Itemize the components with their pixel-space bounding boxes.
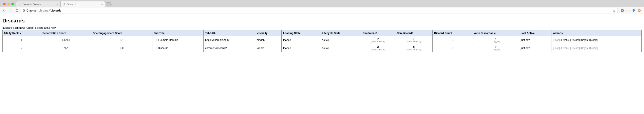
- check-icon: ✔: [474, 45, 517, 48]
- cell-utility-rank: 2: [3, 44, 41, 52]
- tab-title-text: Example Domain: [158, 38, 178, 42]
- page-favicon-icon: [154, 38, 157, 42]
- cell-discard-count: 0: [432, 44, 472, 52]
- action-load-link[interactable]: [Load]: [553, 47, 560, 50]
- chrome-scheme-icon: [22, 9, 25, 12]
- col-visibility[interactable]: Visibility: [255, 30, 282, 36]
- col-can-freeze[interactable]: Can freeze?: [361, 30, 395, 36]
- close-window-button[interactable]: [3, 3, 6, 5]
- cell-auto-discardable: ✔[Toggle]: [472, 44, 519, 52]
- extension-menu-icon[interactable]: [626, 9, 630, 12]
- view-reason-link[interactable]: [View Reason]: [363, 40, 393, 43]
- col-discard-count[interactable]: Discard Count: [432, 30, 472, 36]
- toggle-link[interactable]: [Toggle]: [474, 40, 517, 43]
- extension-shield-icon[interactable]: [632, 9, 636, 12]
- col-site-engagement[interactable]: Site Engagement Score: [91, 30, 152, 36]
- action-discard-link[interactable]: [Discard]: [570, 47, 580, 50]
- new-tab-button[interactable]: [106, 2, 112, 6]
- address-bar[interactable]: Chrome | chrome://discards: [21, 8, 618, 13]
- cell-auto-discardable: ✔[Toggle]: [472, 36, 519, 44]
- cell-tab-url: https://example.com/: [204, 36, 255, 44]
- col-last-active[interactable]: Last Active: [519, 30, 552, 36]
- cell-reactivation-score: 1.5781: [41, 36, 91, 44]
- browser-tab[interactable]: Discards×: [61, 1, 105, 7]
- cell-can-discard: ✔[View Reason]: [395, 36, 432, 44]
- url-scheme-label: Chrome: [26, 9, 36, 12]
- reload-button[interactable]: [14, 8, 20, 13]
- url-text: Chrome | chrome://discards: [26, 9, 612, 12]
- col-lifecycle-state[interactable]: Lifecycle State: [320, 30, 361, 36]
- cross-icon: ✘: [363, 45, 393, 48]
- browser-tab[interactable]: Example Domain×: [16, 1, 61, 7]
- check-icon: ✔: [397, 37, 431, 40]
- close-tab-icon[interactable]: ×: [56, 3, 59, 6]
- cell-can-discard: ✘[View Reason]: [395, 44, 432, 52]
- cell-loading-state: loaded: [282, 36, 320, 44]
- extension-green-check-icon[interactable]: [620, 9, 624, 12]
- minimize-window-button[interactable]: [7, 3, 10, 5]
- svg-point-5: [629, 10, 630, 11]
- extension-icons: [619, 9, 642, 12]
- cell-tab-url: chrome://discards/: [204, 44, 255, 52]
- window-controls: [2, 3, 16, 7]
- action-discard-link[interactable]: [Discard]: [570, 38, 580, 42]
- action-load-link[interactable]: [Load]: [553, 38, 560, 42]
- action-freeze-link[interactable]: [Freeze]: [560, 38, 570, 42]
- view-reason-link[interactable]: [View Reason]: [397, 40, 431, 43]
- col-utility-rank[interactable]: Utility Rank▲: [3, 30, 41, 36]
- check-icon: ✔: [474, 37, 517, 40]
- col-tab-url[interactable]: Tab URL: [204, 30, 255, 36]
- maximize-window-button[interactable]: [11, 3, 14, 5]
- tab-title-text: Discards: [158, 46, 168, 50]
- cell-actions: [Load] [Freeze] [Discard] [Urgent Discar…: [552, 36, 642, 44]
- discards-table: Utility Rank▲ Reactivation Score Site En…: [2, 30, 642, 52]
- view-reason-link[interactable]: [View Reason]: [363, 48, 393, 51]
- urgent-discard-tab-now-link[interactable]: [Urgent discard a tab now]: [26, 26, 56, 29]
- cell-site-engagement: 8.1: [91, 36, 152, 44]
- check-icon: ✔: [363, 37, 393, 40]
- sort-asc-icon: ▲: [19, 32, 22, 34]
- back-button[interactable]: [2, 8, 6, 13]
- cell-visibility: hidden: [255, 36, 282, 44]
- toolbar: Chrome | chrome://discards: [0, 7, 644, 14]
- action-freeze-link[interactable]: [Freeze]: [560, 47, 570, 50]
- page-favicon-icon: [18, 3, 21, 6]
- forward-button[interactable]: [8, 8, 13, 13]
- close-tab-icon[interactable]: ×: [101, 3, 103, 6]
- cell-actions: [Load] [Freeze] [Discard] [Urgent Discar…: [552, 44, 642, 52]
- discard-tab-now-link[interactable]: [Discard a tab now]: [2, 26, 25, 29]
- page-favicon-icon: [62, 3, 65, 6]
- col-actions[interactable]: Actions: [552, 30, 642, 36]
- cell-lifecycle-state: active: [320, 36, 361, 44]
- cell-reactivation-score: N/A: [41, 44, 91, 52]
- browser-tab-title: Example Domain: [22, 3, 56, 6]
- view-reason-link[interactable]: [View Reason]: [397, 48, 431, 51]
- extension-orange-ring-icon[interactable]: [638, 9, 641, 12]
- col-auto-discardable[interactable]: Auto Discardable: [472, 30, 519, 36]
- url-path: discards: [51, 9, 61, 12]
- toggle-link[interactable]: [Toggle]: [474, 48, 517, 51]
- col-reactivation-score[interactable]: Reactivation Score: [41, 30, 91, 36]
- cell-visibility: visible: [255, 44, 282, 52]
- top-actions: [Discard a tab now] [Urgent discard a ta…: [2, 26, 642, 29]
- col-can-discard[interactable]: Can discard?: [395, 30, 432, 36]
- action-urgent-discard-link[interactable]: [Urgent Discard]: [580, 38, 598, 42]
- col-loading-state[interactable]: Loading State: [282, 30, 320, 36]
- url-dim-prefix: chrome://: [39, 9, 50, 12]
- svg-point-6: [638, 9, 640, 12]
- col-tab-title[interactable]: Tab Title: [152, 30, 203, 36]
- browser-tab-title: Discards: [67, 3, 101, 6]
- cell-tab-title: Example Domain: [152, 36, 203, 44]
- cell-site-engagement: 0.0: [91, 44, 152, 52]
- cell-can-freeze: ✘[View Reason]: [361, 44, 395, 52]
- action-urgent-discard-link[interactable]: [Urgent Discard]: [580, 47, 598, 50]
- cell-last-active: just now: [519, 36, 552, 44]
- bookmark-star-icon[interactable]: [612, 9, 616, 12]
- svg-point-3: [626, 10, 627, 11]
- cell-utility-rank: 1: [3, 36, 41, 44]
- browser-chrome: Example Domain×Discards× Chrome | chrome…: [0, 0, 644, 14]
- cell-discard-count: 0: [432, 36, 472, 44]
- cell-loading-state: loaded: [282, 44, 320, 52]
- page-title: Discards: [2, 18, 642, 24]
- cross-icon: ✘: [397, 45, 431, 48]
